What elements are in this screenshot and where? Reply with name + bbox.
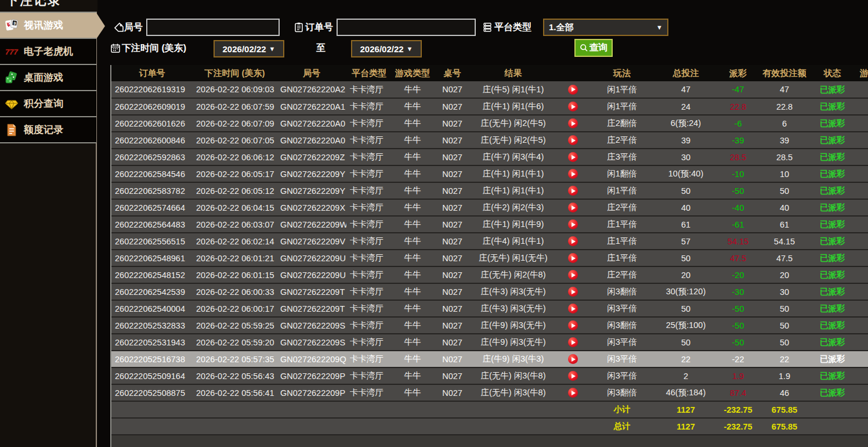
- play-video-button[interactable]: [568, 337, 578, 347]
- play-video-button[interactable]: [568, 169, 578, 179]
- cell-order-number: 260222052532833: [111, 317, 193, 334]
- play-video-button[interactable]: [568, 354, 578, 364]
- play-video-button[interactable]: [568, 320, 578, 330]
- cell-game-clipped: [854, 199, 868, 216]
- chevron-down-icon: ▼: [269, 45, 276, 52]
- cell-result: 庄(牛9) 闲3(无牛): [471, 317, 555, 334]
- sidebar-item-table-games[interactable]: 桌面游戏: [0, 65, 96, 91]
- cell-play-type: 闲3平倍: [590, 334, 654, 351]
- cell-video: [555, 199, 590, 216]
- cell-payout: -20: [718, 266, 758, 283]
- play-video-button[interactable]: [568, 152, 578, 162]
- play-video-button[interactable]: [568, 135, 578, 145]
- table-row[interactable]: 260222052509164 2026-02-22 05:56:43 GN02…: [111, 367, 868, 384]
- play-video-button[interactable]: [568, 371, 578, 381]
- sidebar-item-label: 额度记录: [24, 123, 63, 136]
- table-row[interactable]: 260222062583782 2026-02-22 06:05:12 GN02…: [111, 182, 868, 199]
- play-video-button[interactable]: [568, 270, 578, 280]
- cell-bet-time: 2026-02-22 06:06:12: [193, 149, 277, 165]
- cell-platform: 卡卡湾厅: [346, 351, 392, 367]
- cell-order-number: 260222062619319: [111, 81, 193, 98]
- cell-table-number: N027: [433, 367, 471, 384]
- order-input[interactable]: [337, 19, 476, 36]
- cell-video: [555, 132, 590, 149]
- cell-game-clipped: [854, 283, 868, 300]
- cell-table-number: N027: [433, 132, 471, 149]
- play-video-button[interactable]: [568, 253, 578, 263]
- cell-round-number: GN0272622209Y: [277, 165, 346, 182]
- play-icon: [572, 391, 576, 395]
- table-row[interactable]: 260222052508875 2026-02-22 05:56:41 GN02…: [111, 384, 868, 401]
- play-video-button[interactable]: [568, 388, 578, 398]
- play-video-button[interactable]: [568, 85, 578, 95]
- cell-platform: 卡卡湾厅: [346, 199, 392, 216]
- table-row[interactable]: 260222052516738 2026-02-22 05:57:35 GN02…: [111, 351, 868, 367]
- cell-game-clipped: [854, 149, 868, 165]
- col-result: 结果: [471, 65, 555, 81]
- cell-status: 已派彩: [811, 384, 854, 401]
- cell-total-bet: 50: [654, 334, 718, 351]
- cell-game-type: 牛牛: [392, 81, 433, 98]
- cell-round-number: GN0272622209Z: [277, 149, 346, 165]
- cell-result: 庄(无牛) 闲2(牛5): [471, 132, 555, 149]
- play-video-button[interactable]: [568, 118, 578, 128]
- cell-payout: 28.5: [718, 149, 758, 165]
- sidebar-item-slots[interactable]: 777 电子老虎机: [0, 39, 96, 65]
- table-row[interactable]: 260222062574664 2026-02-22 06:04:15 GN02…: [111, 199, 868, 216]
- cell-game-type: 牛牛: [392, 283, 433, 300]
- table-row[interactable]: 260222052532833 2026-02-22 05:59:25 GN02…: [111, 317, 868, 334]
- cell-valid-bet: 61: [758, 216, 811, 233]
- round-input[interactable]: [146, 19, 280, 36]
- play-video-button[interactable]: [568, 219, 578, 229]
- cell-video: [555, 384, 590, 401]
- table-row[interactable]: 260222062564483 2026-02-22 06:03:07 GN02…: [111, 216, 868, 233]
- cell-valid-bet: 47.5: [758, 250, 811, 266]
- sidebar-item-video-games[interactable]: K 9 视讯游戏: [0, 13, 96, 39]
- play-icon: [572, 273, 576, 277]
- table-row[interactable]: 260222062548961 2026-02-22 06:01:21 GN02…: [111, 250, 868, 266]
- play-video-button[interactable]: [568, 203, 578, 212]
- date-from-select[interactable]: 2026/02/22 ▼: [214, 40, 284, 57]
- search-button[interactable]: 查询: [574, 39, 613, 57]
- page-title: 下注记录: [6, 0, 62, 9]
- cell-platform: 卡卡湾厅: [346, 216, 392, 233]
- chevron-down-icon: ▼: [656, 24, 663, 31]
- cell-play-type: 庄1平倍: [590, 216, 654, 233]
- play-video-button[interactable]: [568, 287, 578, 297]
- play-icon: [572, 357, 576, 362]
- col-video: [555, 65, 590, 81]
- sidebar-item-points[interactable]: 积分查询: [0, 91, 96, 117]
- round-label: 局号: [124, 19, 143, 36]
- sidebar-item-quota-records[interactable]: 额度记录: [0, 117, 96, 143]
- cell-total-bet: 61: [654, 216, 718, 233]
- cell-platform: 卡卡湾厅: [346, 300, 392, 317]
- cell-round-number: GN0272622209T: [277, 283, 346, 300]
- table-row[interactable]: 260222062542539 2026-02-22 06:00:33 GN02…: [111, 283, 868, 300]
- table-row[interactable]: 260222062548152 2026-02-22 06:01:15 GN02…: [111, 266, 868, 283]
- cell-game-clipped: [854, 384, 868, 401]
- table-row[interactable]: 260222062601626 2026-02-22 06:07:09 GN02…: [111, 115, 868, 132]
- cell-order-number: 260222062540004: [111, 300, 193, 317]
- table-row[interactable]: 260222062592863 2026-02-22 06:06:12 GN02…: [111, 149, 868, 165]
- play-video-button[interactable]: [568, 236, 578, 246]
- cell-result: 庄(牛7) 闲3(牛4): [471, 149, 555, 165]
- table-row[interactable]: 260222062619319 2026-02-22 06:09:03 GN02…: [111, 81, 868, 98]
- cell-table-number: N027: [433, 334, 471, 351]
- play-video-button[interactable]: [568, 102, 578, 111]
- table-row[interactable]: 260222062540004 2026-02-22 06:00:17 GN02…: [111, 300, 868, 317]
- date-to-select[interactable]: 2026/02/22 ▼: [351, 40, 422, 57]
- cell-game-clipped: [854, 98, 868, 115]
- table-row[interactable]: 260222062556515 2026-02-22 06:02:14 GN02…: [111, 233, 868, 250]
- platform-type-select[interactable]: 1.全部 ▼: [543, 19, 668, 36]
- cell-game-clipped: [854, 233, 868, 250]
- play-video-button[interactable]: [568, 304, 578, 313]
- table-row[interactable]: 260222062584546 2026-02-22 06:05:17 GN02…: [111, 165, 868, 182]
- cell-round-number: GN0272622209P: [277, 384, 346, 401]
- cell-status: 已派彩: [811, 300, 854, 317]
- table-row[interactable]: 260222062609019 2026-02-22 06:07:59 GN02…: [111, 98, 868, 115]
- play-video-button[interactable]: [568, 186, 578, 196]
- cell-bet-time: 2026-02-22 06:02:14: [193, 233, 277, 250]
- table-row[interactable]: 260222052531943 2026-02-22 05:59:20 GN02…: [111, 334, 868, 351]
- table-row[interactable]: 260222062600846 2026-02-22 06:07:05 GN02…: [111, 132, 868, 149]
- cell-order-number: 260222062548152: [111, 266, 193, 283]
